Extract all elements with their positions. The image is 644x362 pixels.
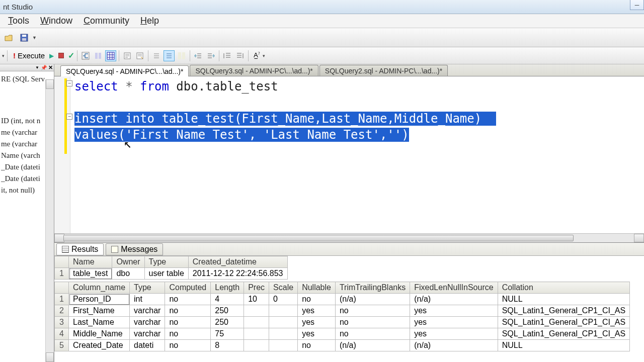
column-header[interactable]: FixedLenNullInSource bbox=[410, 282, 498, 294]
cell[interactable]: Person_ID bbox=[69, 294, 130, 305]
table-row[interactable]: 3 Last_Name varchar no 250 yes no yes SQ… bbox=[55, 317, 630, 328]
editor-horizontal-scrollbar[interactable] bbox=[54, 233, 644, 242]
cell[interactable]: no bbox=[298, 340, 336, 351]
cell[interactable] bbox=[244, 328, 269, 340]
cell[interactable]: (n/a) bbox=[410, 294, 498, 305]
cell[interactable]: yes bbox=[298, 328, 336, 340]
editor-tab[interactable]: SQLQuery3.sql - ADMIN-PC\...\ad...)* bbox=[190, 65, 318, 76]
cell[interactable]: 4 bbox=[211, 294, 244, 305]
column-header[interactable]: Nullable bbox=[298, 282, 336, 294]
cell[interactable]: no bbox=[165, 305, 211, 317]
cell[interactable]: no bbox=[335, 305, 410, 317]
cell[interactable]: yes bbox=[410, 305, 498, 317]
column-header[interactable]: Computed bbox=[165, 282, 211, 294]
debug-play-icon[interactable]: ▶ bbox=[49, 52, 54, 59]
column-header[interactable]: Type bbox=[130, 282, 165, 294]
table-row[interactable]: 1 Person_ID int no 4 10 0 no (n/a) (n/a)… bbox=[55, 294, 630, 305]
column-header[interactable]: Created_datetime bbox=[188, 256, 287, 268]
cell[interactable]: (n/a) bbox=[335, 340, 410, 351]
cell[interactable] bbox=[269, 328, 298, 340]
toolbar-overflow-icon[interactable]: ▾ bbox=[263, 53, 265, 58]
code-editor[interactable]: − − select * from dbo.table_test insert … bbox=[54, 76, 644, 242]
menu-tools[interactable]: Tools bbox=[3, 15, 34, 27]
cell[interactable] bbox=[244, 317, 269, 328]
cell[interactable]: table_test bbox=[69, 268, 112, 280]
cell[interactable]: varchar bbox=[130, 305, 165, 317]
sidebar-dropdown-icon[interactable]: ▼ bbox=[35, 65, 39, 70]
cell[interactable] bbox=[244, 305, 269, 317]
cell[interactable]: no bbox=[165, 317, 211, 328]
fold-toggle-icon[interactable]: − bbox=[66, 114, 72, 120]
cell[interactable] bbox=[269, 317, 298, 328]
cell[interactable]: 8 bbox=[211, 340, 244, 351]
cell[interactable]: 250 bbox=[211, 305, 244, 317]
dropdown-arrow-icon[interactable]: ▼ bbox=[32, 35, 37, 40]
cell[interactable]: SQL_Latin1_General_CP1_CI_AS bbox=[498, 328, 630, 340]
cell[interactable]: no bbox=[165, 340, 211, 351]
db-dropdown-arrow-icon[interactable]: ▾ bbox=[2, 53, 5, 58]
column-header[interactable]: TrimTrailingBlanks bbox=[335, 282, 410, 294]
code-content[interactable]: select * from dbo.table_test insert into… bbox=[74, 78, 640, 143]
column-header[interactable]: Scale bbox=[269, 282, 298, 294]
cell[interactable]: no bbox=[298, 294, 336, 305]
cell[interactable]: Created_Date bbox=[69, 340, 130, 351]
cell[interactable]: 10 bbox=[244, 294, 269, 305]
cell[interactable]: 250 bbox=[211, 317, 244, 328]
cell[interactable]: int bbox=[130, 294, 165, 305]
parse-check-icon[interactable]: ✓ bbox=[68, 51, 74, 60]
column-header[interactable]: Type bbox=[144, 256, 188, 268]
save-icon[interactable] bbox=[18, 32, 30, 44]
menu-window[interactable]: Window bbox=[35, 15, 77, 27]
table-row[interactable]: 5 Created_Date dateti no 8 no (n/a) (n/a… bbox=[55, 340, 630, 351]
table-row[interactable]: 4 Middle_Name varchar no 75 yes no yes S… bbox=[55, 328, 630, 340]
execute-button[interactable]: ! Execute bbox=[10, 50, 48, 61]
display-estimated-plan-icon[interactable] bbox=[80, 50, 91, 61]
cell[interactable] bbox=[269, 305, 298, 317]
indent-lines-icon[interactable] bbox=[234, 50, 246, 61]
result-grid-1[interactable]: Name Owner Type Created_datetime 1 table… bbox=[54, 256, 288, 280]
editor-tab[interactable]: SQLQuery2.sql - ADMIN-PC\...\ad...)* bbox=[319, 65, 448, 76]
cell[interactable]: NULL bbox=[498, 294, 630, 305]
cell[interactable]: (n/a) bbox=[410, 340, 498, 351]
scrollbar-thumb[interactable] bbox=[63, 235, 574, 241]
comment-icon[interactable] bbox=[151, 50, 162, 61]
results-to-text-icon[interactable] bbox=[122, 50, 133, 61]
sidebar-scrollbar[interactable] bbox=[45, 79, 54, 362]
editor-tab-active[interactable]: SQLQuery4.sql - ADMIN-PC\...\ad...)* bbox=[60, 65, 189, 76]
cell[interactable] bbox=[269, 340, 298, 351]
cell[interactable]: dbo bbox=[112, 268, 144, 280]
results-to-grid-icon[interactable] bbox=[105, 50, 116, 61]
cell[interactable]: 2011-12-12 22:24:56.853 bbox=[188, 268, 287, 280]
increase-indent-icon[interactable] bbox=[205, 50, 216, 61]
outdent-lines-icon[interactable] bbox=[222, 50, 233, 61]
table-row[interactable]: 1 table_test dbo user table 2011-12-12 2… bbox=[55, 268, 288, 280]
decrease-indent-icon[interactable] bbox=[193, 50, 204, 61]
column-header[interactable]: Length bbox=[211, 282, 244, 294]
cell[interactable]: NULL bbox=[498, 340, 630, 351]
stop-button[interactable] bbox=[55, 50, 66, 61]
results-to-file-icon[interactable] bbox=[134, 50, 145, 61]
sidebar-pin-icon[interactable]: 📌 bbox=[41, 65, 47, 70]
cell[interactable]: Middle_Name bbox=[69, 328, 130, 340]
specify-values-icon[interactable]: A̲? bbox=[251, 50, 262, 61]
cell[interactable]: SQL_Latin1_General_CP1_CI_AS bbox=[498, 317, 630, 328]
uncomment-icon[interactable] bbox=[164, 50, 175, 61]
menu-community[interactable]: Community bbox=[78, 15, 134, 27]
cell[interactable]: no bbox=[165, 328, 211, 340]
column-header[interactable]: Owner bbox=[112, 256, 144, 268]
messages-tab[interactable]: Messages bbox=[106, 243, 163, 255]
toggle-icon-1[interactable] bbox=[176, 50, 187, 61]
cell[interactable]: SQL_Latin1_General_CP1_CI_AS bbox=[498, 305, 630, 317]
include-actual-plan-icon[interactable] bbox=[93, 50, 104, 61]
cell[interactable]: dateti bbox=[130, 340, 165, 351]
cell[interactable]: varchar bbox=[130, 328, 165, 340]
column-header[interactable]: Name bbox=[69, 256, 112, 268]
result-grid-2[interactable]: Column_name Type Computed Length Prec Sc… bbox=[54, 282, 630, 351]
cell[interactable]: yes bbox=[410, 317, 498, 328]
window-minimize-button[interactable]: ─ bbox=[630, 0, 644, 10]
cell[interactable]: yes bbox=[410, 328, 498, 340]
cell[interactable]: varchar bbox=[130, 317, 165, 328]
cell[interactable]: user table bbox=[144, 268, 188, 280]
sidebar-close-icon[interactable]: ✕ bbox=[48, 64, 53, 71]
cell[interactable]: no bbox=[335, 317, 410, 328]
